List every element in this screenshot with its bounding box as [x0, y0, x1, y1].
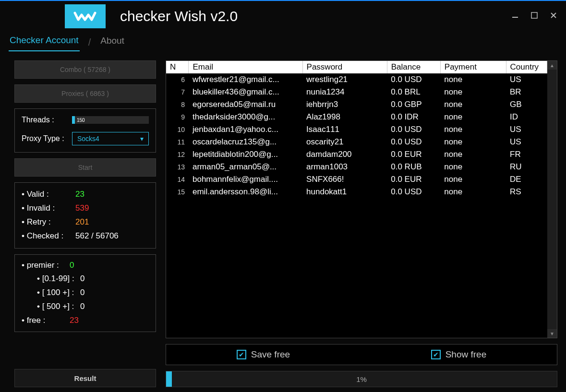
cell-email: oscardelacruz135@g... — [189, 136, 302, 148]
retry-label: • Retry : — [22, 215, 75, 229]
cell-n: 10 — [166, 123, 189, 136]
cell-password: Alaz1998 — [302, 111, 387, 123]
cell-country: US — [506, 123, 547, 136]
scroll-down-icon[interactable]: ▼ — [547, 329, 557, 338]
cell-n: 9 — [166, 111, 189, 123]
results-table: N Email Password Balance Payment Country… — [166, 61, 547, 198]
check-icon: ✔ — [431, 350, 441, 359]
cell-payment: none — [440, 136, 506, 148]
header-country[interactable]: Country — [506, 61, 547, 73]
cell-n: 7 — [166, 86, 189, 98]
cell-password: Isaac111 — [302, 123, 387, 136]
progress-bar: 1% — [166, 371, 557, 387]
cell-payment: none — [440, 161, 506, 173]
cell-payment: none — [440, 186, 506, 198]
cell-n: 8 — [166, 98, 189, 111]
table-row[interactable]: 14bohmannfelix@gmail....SNFX666!0.0 EURn… — [166, 173, 547, 186]
header-email[interactable]: Email — [189, 61, 302, 73]
cell-country: US — [506, 136, 547, 148]
main-area: N Email Password Balance Payment Country… — [166, 60, 557, 387]
table-row[interactable]: 11oscardelacruz135@g...oscarity210.0 USD… — [166, 136, 547, 148]
header-n[interactable]: N — [166, 61, 189, 73]
invalid-label: • Invalid : — [22, 202, 75, 215]
result-button[interactable]: Result — [14, 369, 156, 387]
table-row[interactable]: 10jenbaxdan1@yahoo.c...Isaac1110.0 USDno… — [166, 123, 547, 136]
table-row[interactable]: 13arman05_arman05@...arman10030.0 RUBnon… — [166, 161, 547, 173]
tab-checker-account[interactable]: Checker Account — [9, 33, 80, 51]
wish-logo-icon — [73, 9, 97, 24]
header-password[interactable]: Password — [302, 61, 387, 73]
cell-payment: none — [440, 111, 506, 123]
content-area: Combo ( 57268 ) Proxies ( 6863 ) Threads… — [0, 53, 566, 392]
cell-n: 6 — [166, 73, 189, 86]
titlebar: checker Wish v2.0 — [0, 1, 566, 32]
proxies-button[interactable]: Proxies ( 6863 ) — [14, 84, 156, 103]
header-payment[interactable]: Payment — [440, 61, 506, 73]
start-button[interactable]: Start — [14, 158, 156, 177]
cell-password: arman1003 — [302, 161, 387, 173]
table-row[interactable]: 7bluekiller436@gmail.c...nunia12340.0 BR… — [166, 86, 547, 98]
minimize-button[interactable] — [511, 12, 519, 19]
cell-password: nunia1234 — [302, 86, 387, 98]
proxy-type-dropdown[interactable]: Socks4 ▾ — [72, 132, 149, 145]
save-free-checkbox[interactable]: ✔ Save free — [237, 349, 290, 360]
cell-balance: 0.0 USD — [387, 136, 440, 148]
app-window: checker Wish v2.0 Checker Account / Abou… — [0, 0, 566, 392]
cell-country: US — [506, 73, 547, 86]
stats-panel: • Valid :23 • Invalid :539 • Retry :201 … — [14, 182, 156, 249]
premier-value: 0 — [70, 259, 74, 273]
cell-n: 12 — [166, 148, 189, 161]
cell-balance: 0.0 USD — [387, 123, 440, 136]
table-row[interactable]: 6wfwrestler21@gmail.c...wrestling210.0 U… — [166, 73, 547, 86]
close-button[interactable] — [550, 12, 557, 19]
free-value: 23 — [70, 314, 79, 328]
options-row: ✔ Save free ✔ Show free — [166, 344, 557, 365]
cell-country: BR — [506, 86, 547, 98]
cell-balance: 0.0 USD — [387, 186, 440, 198]
sidebar: Combo ( 57268 ) Proxies ( 6863 ) Threads… — [14, 60, 156, 387]
header-balance[interactable]: Balance — [387, 61, 440, 73]
cell-n: 13 — [166, 161, 189, 173]
show-free-checkbox[interactable]: ✔ Show free — [431, 349, 487, 360]
cell-email: emil.andersson.98@li... — [189, 186, 302, 198]
progress-fill — [166, 371, 172, 387]
tab-separator: / — [88, 37, 91, 48]
checked-value: 562 / 56706 — [75, 229, 119, 243]
cell-email: thedarksider3000@g... — [189, 111, 302, 123]
invalid-value: 539 — [75, 202, 89, 215]
table-row[interactable]: 15emil.andersson.98@li...hundokatt10.0 U… — [166, 186, 547, 198]
free-label: • free : — [22, 314, 70, 328]
cell-n: 14 — [166, 173, 189, 186]
settings-panel: Threads : 150 Proxy Type : Socks4 ▾ — [14, 108, 156, 153]
cell-country: FR — [506, 148, 547, 161]
cell-balance: 0.0 RUB — [387, 161, 440, 173]
table-row[interactable]: 9thedarksider3000@g...Alaz19980.0 IDRnon… — [166, 111, 547, 123]
cell-email: egorsereda05@mail.ru — [189, 98, 302, 111]
results-table-wrap: N Email Password Balance Payment Country… — [166, 60, 557, 338]
cell-n: 15 — [166, 186, 189, 198]
cell-balance: 0.0 BRL — [387, 86, 440, 98]
threads-value: 150 — [77, 118, 85, 123]
valid-label: • Valid : — [22, 188, 75, 202]
slider-handle[interactable] — [72, 116, 75, 124]
cell-email: jenbaxdan1@yahoo.c... — [189, 123, 302, 136]
table-row[interactable]: 12lepetitdiablotin200@g...damdam2000.0 E… — [166, 148, 547, 161]
cell-email: bohmannfelix@gmail.... — [189, 173, 302, 186]
range3-label: • [ 500 +] : — [37, 300, 80, 314]
premier-panel: • premier :0 • [0.1-99] :0 • [ 100 +] :0… — [14, 254, 156, 332]
table-row[interactable]: 8egorsereda05@mail.ruiehbrrjn30.0 GBPnon… — [166, 98, 547, 111]
valid-value: 23 — [75, 188, 84, 202]
cell-email: wfwrestler21@gmail.c... — [189, 73, 302, 86]
cell-password: SNFX666! — [302, 173, 387, 186]
show-free-label: Show free — [446, 349, 487, 360]
table-scrollbar[interactable]: ▲ ▼ — [547, 61, 557, 338]
combo-button[interactable]: Combo ( 57268 ) — [14, 60, 156, 79]
maximize-button[interactable] — [530, 12, 538, 19]
threads-slider[interactable]: 150 — [72, 116, 149, 124]
progress-text: 1% — [356, 375, 367, 383]
range2-label: • [ 100 +] : — [37, 286, 80, 300]
scroll-up-icon[interactable]: ▲ — [547, 61, 557, 70]
check-icon: ✔ — [237, 350, 246, 359]
tab-about[interactable]: About — [99, 34, 125, 51]
range1-label: • [0.1-99] : — [37, 272, 80, 286]
